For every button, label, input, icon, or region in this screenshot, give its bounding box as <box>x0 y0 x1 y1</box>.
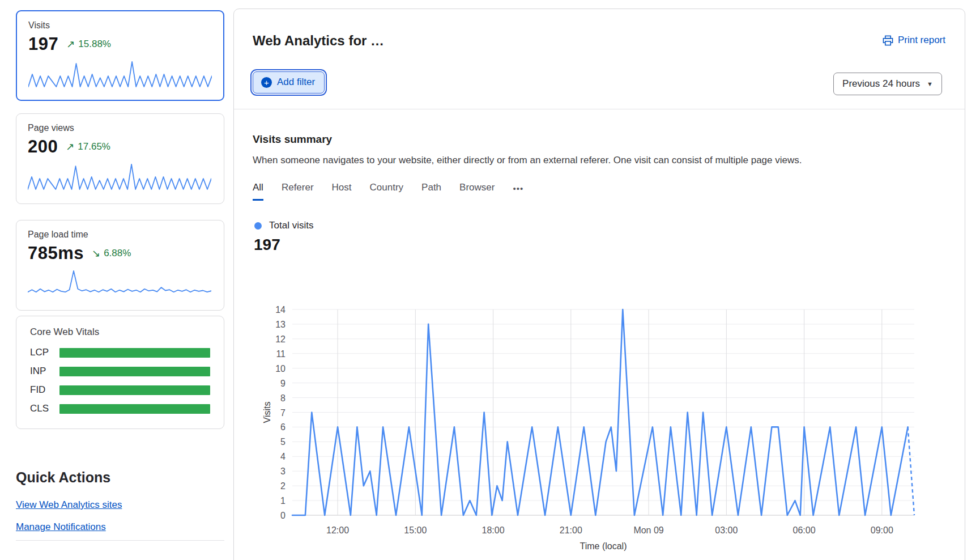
metric-value: 197 <box>28 34 58 54</box>
metric-card-page-views[interactable]: Page views 200 ↗ 17.65% <box>16 113 224 204</box>
web-analytics-panel: Web Analytics for … Print report + Add f… <box>233 9 965 560</box>
header-divider <box>234 109 965 109</box>
svg-text:21:00: 21:00 <box>560 525 582 535</box>
svg-text:Time (local): Time (local) <box>580 541 627 551</box>
svg-text:1: 1 <box>280 496 286 506</box>
svg-text:4: 4 <box>280 452 286 461</box>
svg-text:12:00: 12:00 <box>326 525 349 535</box>
cwv-row-inp: INP <box>30 366 210 377</box>
cwv-metric-label: INP <box>30 366 59 377</box>
time-range-dropdown[interactable]: Previous 24 hours ▼ <box>833 73 942 95</box>
svg-text:2: 2 <box>280 481 286 491</box>
svg-text:03:00: 03:00 <box>715 525 738 535</box>
plus-circle-icon: + <box>261 77 272 88</box>
svg-text:13: 13 <box>275 320 286 329</box>
svg-text:7: 7 <box>280 408 286 418</box>
metric-trend: ↗ 17.65% <box>66 141 110 153</box>
metric-label: Page views <box>28 123 212 133</box>
add-filter-button[interactable]: + Add filter <box>253 71 325 94</box>
metric-label: Visits <box>28 20 212 31</box>
sparkline-chart <box>28 162 212 193</box>
print-report-label: Print report <box>898 35 945 46</box>
cwv-metric-label: FID <box>30 384 59 396</box>
print-report-link[interactable]: Print report <box>883 35 945 46</box>
svg-text:8: 8 <box>280 393 286 403</box>
printer-icon <box>883 35 893 46</box>
metric-label: Page load time <box>28 230 212 240</box>
core-web-vitals-card: Core Web Vitals LCP INP FID CLS <box>16 316 224 429</box>
cwv-metric-label: LCP <box>30 347 59 358</box>
link-manage-notifications[interactable]: Manage Notifications <box>16 521 106 533</box>
trend-down-icon: ↘ <box>92 247 100 260</box>
sparkline-chart <box>28 59 212 91</box>
svg-text:14: 14 <box>275 305 286 315</box>
visits-summary-description: When someone navigates to your website, … <box>253 155 945 166</box>
legend-label: Total visits <box>269 220 313 231</box>
trend-value: 17.65% <box>78 141 110 152</box>
trend-up-icon: ↗ <box>66 38 75 50</box>
chevron-down-icon: ▼ <box>927 80 933 87</box>
add-filter-label: Add filter <box>277 77 315 88</box>
visits-line-chart: 0123456789101112131412:0015:0018:0021:00… <box>261 267 964 556</box>
tab-host[interactable]: Host <box>332 182 352 201</box>
cwv-metric-label: CLS <box>30 403 59 414</box>
svg-text:09:00: 09:00 <box>871 525 893 535</box>
cwv-good-bar <box>59 385 210 395</box>
link-view-web-analytics-sites[interactable]: View Web Analytics sites <box>16 499 122 511</box>
dimension-tabs: All Referer Host Country Path Browser ••… <box>253 182 523 201</box>
tab-all[interactable]: All <box>253 182 263 201</box>
svg-text:15:00: 15:00 <box>404 525 427 535</box>
tab-path[interactable]: Path <box>421 182 441 201</box>
trend-value: 15.88% <box>78 39 111 50</box>
svg-text:18:00: 18:00 <box>482 525 505 535</box>
chart-legend: Total visits <box>254 220 313 231</box>
core-web-vitals-title: Core Web Vitals <box>30 326 210 338</box>
tabs-overflow-icon[interactable]: ••• <box>513 182 523 201</box>
metric-trend: ↗ 15.88% <box>66 38 111 50</box>
svg-text:Visits: Visits <box>262 402 272 423</box>
svg-text:3: 3 <box>280 466 286 476</box>
sidebar-divider <box>16 540 224 541</box>
tab-browser[interactable]: Browser <box>459 182 495 201</box>
svg-text:12: 12 <box>275 334 286 344</box>
trend-value: 6.88% <box>104 248 131 259</box>
cwv-good-bar <box>59 367 210 376</box>
cwv-row-lcp: LCP <box>30 347 210 358</box>
cwv-row-cls: CLS <box>30 403 210 414</box>
total-visits-value: 197 <box>254 236 280 254</box>
metric-card-visits[interactable]: Visits 197 ↗ 15.88% <box>16 10 224 101</box>
visits-summary-title: Visits summary <box>253 133 945 146</box>
svg-text:9: 9 <box>280 379 286 388</box>
metric-value: 200 <box>28 137 58 157</box>
tab-referer[interactable]: Referer <box>282 182 314 201</box>
cwv-row-fid: FID <box>30 384 210 396</box>
tab-country[interactable]: Country <box>370 182 404 201</box>
svg-text:0: 0 <box>280 511 286 520</box>
time-range-label: Previous 24 hours <box>842 78 920 90</box>
legend-dot-icon <box>254 222 262 230</box>
trend-up-icon: ↗ <box>66 141 74 153</box>
svg-text:6: 6 <box>280 422 286 432</box>
cwv-good-bar <box>59 348 210 358</box>
svg-text:10: 10 <box>275 364 286 374</box>
svg-text:5: 5 <box>280 437 286 447</box>
svg-text:Mon 09: Mon 09 <box>633 525 663 535</box>
metric-card-page-load-time[interactable]: Page load time 785ms ↘ 6.88% <box>16 220 224 311</box>
metric-value: 785ms <box>28 243 84 264</box>
page-title: Web Analytics for … <box>253 33 945 49</box>
metric-trend: ↘ 6.88% <box>92 247 131 260</box>
svg-text:06:00: 06:00 <box>793 525 816 535</box>
cwv-good-bar <box>59 404 210 414</box>
svg-text:11: 11 <box>276 349 286 359</box>
sidebar: Visits 197 ↗ 15.88% Page views 200 ↗ 17.… <box>16 0 224 560</box>
sparkline-chart <box>28 268 212 300</box>
quick-actions-title: Quick Actions <box>16 469 110 486</box>
